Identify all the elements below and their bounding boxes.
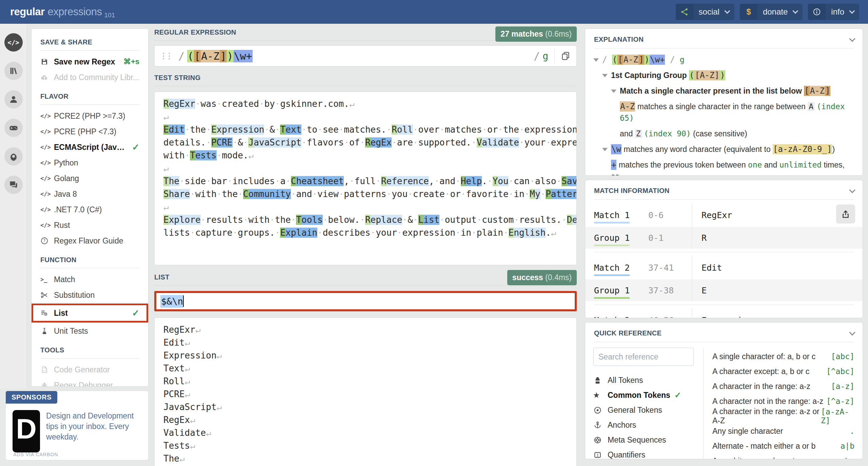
rail-user-icon[interactable] [4, 90, 23, 109]
match-highlight[interactable]: List [418, 215, 439, 225]
rail-code-slash-icon[interactable]: </> [4, 33, 23, 52]
match-highlight[interactable]: PCRE [211, 137, 233, 148]
explanation-row[interactable]: and Z (index 90) (case sensitive) [593, 128, 854, 139]
match-row[interactable]: Match 346-56Expression [585, 308, 863, 318]
match-highlight[interactable]: Save [561, 176, 577, 186]
rail-gamepad-icon[interactable] [4, 119, 23, 137]
match-highlight[interactable]: Details [567, 215, 577, 225]
match-highlight[interactable]: RegExr [163, 99, 195, 109]
ads-via-carbon-label[interactable]: ADS VIA CARBON [13, 452, 58, 457]
reference-category-common-tokens[interactable]: ★Common Tokens✓ [593, 388, 701, 403]
reference-category-general-tokens[interactable]: General Tokens [593, 403, 701, 418]
social-button[interactable]: social [676, 4, 734, 20]
search-reference-input[interactable] [593, 348, 694, 366]
chevron-down-icon[interactable] [849, 36, 855, 42]
match-highlight[interactable]: Patterns [546, 189, 577, 199]
info-button[interactable]: info [808, 4, 859, 20]
reference-category-meta-sequences[interactable]: Meta Sequences [593, 432, 701, 447]
test-string-editor[interactable]: RegExr·was·created·by·gskinner.com.↵↵Edi… [154, 92, 577, 265]
reference-token-row[interactable]: A character in the range: a-z[a-z] [712, 379, 854, 394]
sidebar-item-pcre-php-7-3[interactable]: </>PCRE (PHP <7.3) [40, 124, 139, 139]
sidebar-item-match[interactable]: >_Match [40, 272, 139, 287]
match-highlight[interactable]: English [509, 228, 546, 238]
match-highlight[interactable]: You [493, 176, 509, 186]
explanation-row[interactable]: Match a single character present in the … [593, 85, 854, 97]
reference-token-row[interactable]: A character except: a, b or c[^abc] [712, 364, 854, 379]
sponsor-logo[interactable]: D [13, 410, 40, 452]
match-highlight[interactable]: Explain [280, 228, 317, 238]
match-highlight[interactable]: JavaScript [248, 137, 301, 148]
explanation-row[interactable]: \w matches any word character (equivalen… [593, 143, 854, 155]
match-highlight[interactable]: Text [280, 124, 301, 135]
sponsor-text[interactable]: Design and Development tips in your inbo… [46, 410, 142, 452]
list-template-input[interactable]: $&\n [154, 291, 577, 311]
rail-gear-icon[interactable] [4, 147, 23, 166]
sidebar-item-unit-tests[interactable]: Unit Tests [40, 323, 139, 339]
match-highlight[interactable]: The [163, 176, 179, 186]
list-output[interactable]: RegExr↵Edit↵Expression↵Text↵Roll↵PCRE↵Ja… [154, 317, 577, 466]
match-highlight[interactable]: Help [461, 176, 482, 186]
match-highlight[interactable]: Edit [163, 124, 185, 135]
chevron-down-icon[interactable] [849, 187, 855, 193]
explanation-row[interactable]: + matches the previous token between one… [593, 159, 854, 176]
match-highlight[interactable]: Tests [190, 150, 216, 160]
reference-category-anchors[interactable]: Anchors [593, 418, 701, 432]
match-highlight[interactable]: Reference [381, 176, 429, 186]
sidebar-item-code-generator[interactable]: </>Code Generator [40, 362, 139, 377]
match-highlight[interactable]: Community [243, 189, 291, 199]
reference-token-row[interactable]: Any single character. [712, 424, 854, 439]
sidebar-item-list[interactable]: List✓ [40, 305, 139, 321]
explanation-row[interactable]: A-Z matches a single character in the ra… [593, 101, 854, 124]
sidebar-item-substitution[interactable]: Substitution [40, 287, 139, 303]
reference-category-quantifiers[interactable]: 1Quantifiers [593, 447, 701, 459]
sidebar-item-net-7-0-c[interactable]: </>.NET 7.0 (C#) [40, 202, 139, 217]
group-row[interactable]: Group 10-1R [585, 227, 863, 249]
collapse-triangle-icon[interactable] [593, 58, 599, 62]
match-highlight[interactable]: Expression [211, 124, 264, 135]
match-highlight[interactable]: Replace [365, 215, 402, 225]
global-flag[interactable]: g [542, 51, 548, 62]
reference-token-row[interactable]: Alternate - match either a or ba|b [712, 439, 854, 453]
chevron-down-icon[interactable] [849, 329, 855, 335]
export-matches-icon[interactable] [836, 205, 855, 224]
match-highlight[interactable]: Explore [163, 215, 201, 225]
sidebar-item-rust[interactable]: </>Rust [40, 217, 139, 233]
reference-token-row[interactable]: A character in the range: a-z or A-Z[a-z… [712, 409, 854, 424]
match-highlight[interactable]: Tools [296, 215, 322, 225]
match-highlight[interactable]: My [530, 189, 540, 199]
regex-pattern[interactable]: ([A-Z])\w+ [187, 50, 531, 62]
sidebar-item-python[interactable]: </>Python [40, 155, 139, 171]
list-template-value[interactable]: $&\n [160, 295, 183, 308]
collapse-triangle-icon[interactable] [611, 90, 616, 93]
collapse-triangle-icon[interactable] [602, 74, 608, 77]
regex-flags[interactable]: / g [531, 50, 554, 62]
donate-button[interactable]: $donate [740, 4, 803, 20]
match-highlight[interactable]: Cheatsheet [291, 176, 344, 186]
sidebar-item-regex-flavor-guide[interactable]: ?Regex Flavor Guide [40, 233, 139, 249]
group-row[interactable]: Group 137-38E [585, 279, 863, 301]
match-highlight[interactable]: RegEx [365, 137, 392, 148]
sidebar-item-golang[interactable]: </>Golang [40, 171, 139, 186]
sidebar-item-regex-debugger[interactable]: Regex Debugger [40, 377, 139, 387]
sidebar-item-java-8[interactable]: </>Java 8 [40, 186, 139, 202]
sidebar-item-save-new-regex[interactable]: Save new Regex⌘+s [40, 54, 139, 70]
reference-token-row[interactable]: A single character of: a, b or c[abc] [712, 349, 854, 364]
match-highlight[interactable]: Validate [477, 137, 519, 148]
sidebar-item-add-to-community-libr[interactable]: Add to Community Libr... [40, 70, 139, 85]
match-row[interactable]: Match 237-41Edit [585, 256, 863, 279]
reference-token-row[interactable]: Any whitespace character\s [712, 453, 854, 459]
copy-icon[interactable] [555, 51, 576, 61]
drag-handle-icon[interactable]: ⋮⋮ [159, 51, 171, 61]
rail-library-icon[interactable] [4, 62, 23, 80]
sidebar-item-pcre2-php-7-3[interactable]: </>PCRE2 (PHP >=7.3) [40, 108, 139, 124]
match-highlight[interactable]: Roll [392, 124, 413, 135]
collapse-triangle-icon[interactable] [602, 148, 608, 151]
match-highlight[interactable]: Share [163, 189, 190, 199]
explanation-row[interactable]: / ([A-Z])\w+ / g [593, 54, 854, 65]
match-row[interactable]: Match 10-6RegExr [585, 203, 863, 227]
reference-category-all-tokens[interactable]: All Tokens [593, 373, 701, 388]
regex-input[interactable]: ⋮⋮ / ([A-Z])\w+ / g [154, 45, 577, 66]
explanation-row[interactable]: 1st Capturing Group ([A-Z]) [593, 70, 854, 81]
reference-token-row[interactable]: A character not in the range: a-z[^a-z] [712, 394, 854, 409]
sidebar-item-ecmascript-javas[interactable]: </>ECMAScript (JavaS...✓ [40, 139, 139, 155]
